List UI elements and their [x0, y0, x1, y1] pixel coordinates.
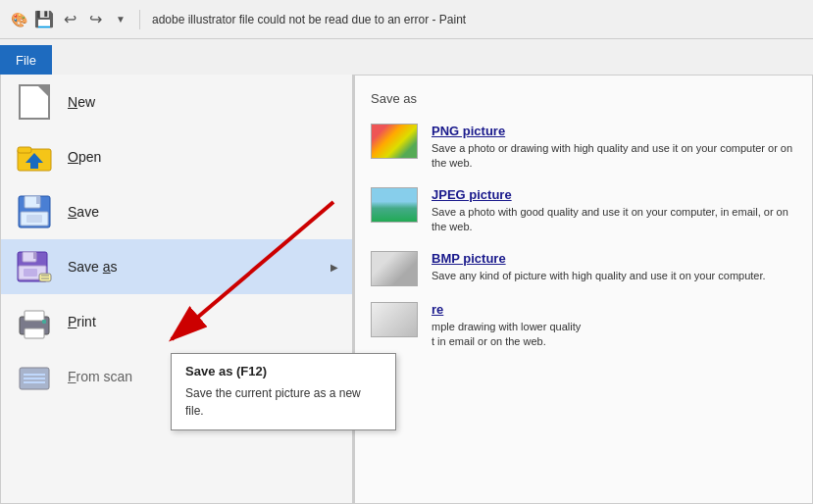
- svg-rect-22: [24, 374, 45, 376]
- bmp-desc: Save any kind of picture with high quali…: [432, 269, 796, 283]
- bmp-thumbnail: [371, 251, 418, 286]
- png-desc: Save a photo or drawing with high qualit…: [432, 141, 796, 172]
- other-title: re: [432, 302, 796, 317]
- svg-rect-14: [39, 274, 51, 281]
- dropdown-button[interactable]: ▼: [110, 9, 131, 30]
- window-title: adobe illustrator file could not be read…: [152, 13, 805, 26]
- scan-icon: [15, 357, 54, 396]
- svg-rect-6: [36, 196, 40, 204]
- menu-left-panel: New Open: [0, 75, 353, 504]
- svg-rect-23: [24, 378, 45, 379]
- other-thumbnail: [371, 302, 418, 337]
- file-menu: New Open: [0, 75, 813, 504]
- menu-label-save: Save: [68, 204, 99, 220]
- png-title: PNG picture: [432, 124, 796, 138]
- redo-button[interactable]: ↪: [84, 9, 106, 30]
- svg-rect-11: [33, 252, 36, 259]
- svg-rect-1: [18, 147, 31, 153]
- new-icon: [15, 82, 54, 122]
- svg-rect-8: [26, 215, 42, 223]
- save-option-other[interactable]: re mple drawing with lower qualityt in e…: [355, 294, 812, 348]
- save-as-arrow: ▶: [330, 262, 338, 273]
- save-as-panel: Save as PNG picture Save a photo or draw…: [353, 75, 813, 504]
- app-icon: 🎨: [8, 9, 29, 30]
- menu-item-open[interactable]: Open: [1, 129, 352, 184]
- svg-rect-19: [25, 328, 44, 338]
- jpeg-thumbnail: [371, 187, 418, 223]
- png-thumbnail: [371, 124, 418, 159]
- jpeg-desc: Save a photo with good quality and use i…: [432, 205, 796, 235]
- open-icon: [15, 137, 54, 176]
- ribbon: File: [0, 39, 813, 75]
- svg-rect-18: [25, 311, 44, 321]
- menu-item-save[interactable]: Save: [1, 184, 352, 239]
- other-desc: mple drawing with lower qualityt in emai…: [432, 320, 796, 348]
- save-as-panel-header: Save as: [355, 85, 812, 116]
- undo-button[interactable]: ↩: [59, 9, 80, 30]
- svg-rect-24: [24, 381, 45, 383]
- toolbar-icons: 🎨 💾 ↩ ↪ ▼: [8, 9, 144, 30]
- print-icon: [15, 302, 54, 341]
- save-button[interactable]: 💾: [33, 9, 55, 30]
- tooltip-popup: Save as (F12) Save the current picture a…: [171, 353, 396, 430]
- other-text: re mple drawing with lower qualityt in e…: [432, 302, 796, 348]
- jpeg-text: JPEG picture Save a photo with good qual…: [432, 187, 796, 235]
- tooltip-desc: Save the current picture as a new file.: [185, 384, 381, 420]
- menu-item-save-as[interactable]: Save as ▶: [1, 239, 352, 294]
- separator: [139, 10, 140, 29]
- menu-item-new[interactable]: New: [1, 75, 352, 129]
- tooltip-title: Save as (F12): [185, 364, 381, 378]
- save-as-icon: [15, 247, 54, 286]
- svg-rect-3: [30, 163, 38, 169]
- menu-label-print: Print: [68, 314, 96, 329]
- save-icon: [15, 192, 54, 231]
- menu-label-save-as: Save as: [68, 259, 118, 275]
- save-option-png[interactable]: PNG picture Save a photo or drawing with…: [355, 116, 812, 179]
- menu-label-from-scan: From scan: [68, 369, 132, 384]
- jpeg-title: JPEG picture: [432, 187, 796, 202]
- svg-rect-20: [42, 320, 46, 324]
- save-option-jpeg[interactable]: JPEG picture Save a photo with good qual…: [355, 179, 812, 243]
- menu-label-new: New: [68, 94, 95, 110]
- png-text: PNG picture Save a photo or drawing with…: [432, 124, 796, 172]
- title-bar: 🎨 💾 ↩ ↪ ▼ adobe illustrator file could n…: [0, 0, 813, 39]
- save-option-bmp[interactable]: BMP picture Save any kind of picture wit…: [355, 243, 812, 294]
- svg-rect-13: [24, 269, 37, 277]
- menu-item-print[interactable]: Print: [1, 294, 352, 349]
- bmp-text: BMP picture Save any kind of picture wit…: [432, 251, 796, 283]
- menu-label-open: Open: [68, 149, 101, 165]
- file-tab[interactable]: File: [0, 45, 52, 75]
- bmp-title: BMP picture: [432, 251, 796, 266]
